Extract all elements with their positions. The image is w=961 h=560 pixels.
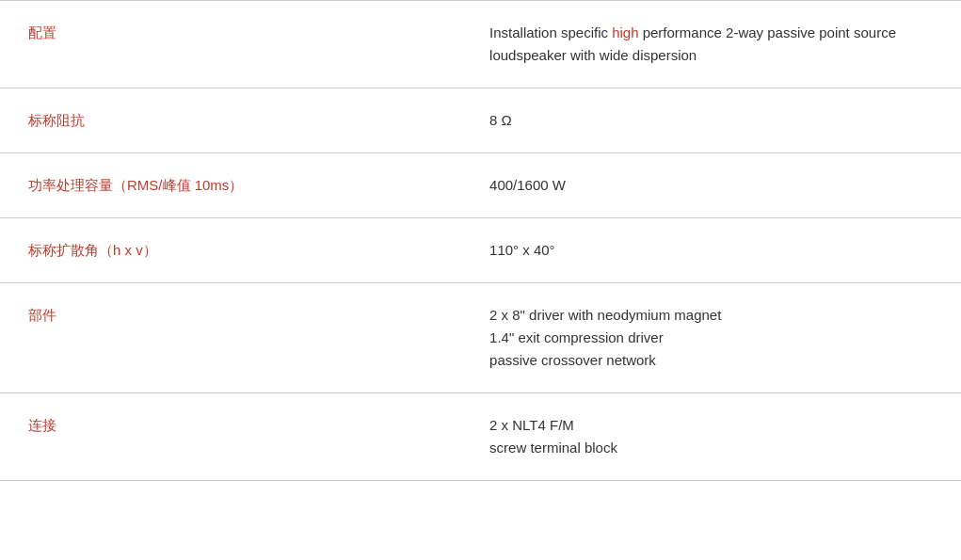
value-line: 2 x 8" driver with neodymium magnet xyxy=(489,304,933,327)
value-line: 1.4" exit compression driver xyxy=(489,327,933,349)
value-cell: 110° x 40° xyxy=(461,218,961,283)
label-cell: 标称扩散角（h x v） xyxy=(0,218,461,283)
label-cell: 连接 xyxy=(0,393,461,481)
value-cell: 400/1600 W xyxy=(461,153,961,218)
value-line: passive crossover network xyxy=(489,349,933,372)
value-cell: 2 x NLT4 F/Mscrew terminal block xyxy=(461,393,961,481)
table-row: 标称阻抗8 Ω xyxy=(0,88,961,153)
label-cell: 标称阻抗 xyxy=(0,88,461,153)
value-cell: Installation specific high performance 2… xyxy=(461,1,961,88)
value-line: 2 x NLT4 F/M xyxy=(489,414,933,437)
value-cell: 2 x 8" driver with neodymium magnet1.4" … xyxy=(461,283,961,393)
value-line: screw terminal block xyxy=(489,437,933,459)
value-cell: 8 Ω xyxy=(461,88,961,153)
table-row: 连接2 x NLT4 F/Mscrew terminal block xyxy=(0,393,961,481)
spec-table: 配置Installation specific high performance… xyxy=(0,0,961,481)
label-cell: 配置 xyxy=(0,1,461,88)
label-cell: 部件 xyxy=(0,283,461,393)
table-row: 标称扩散角（h x v）110° x 40° xyxy=(0,218,961,283)
table-row: 功率处理容量（RMS/峰值 10ms）400/1600 W xyxy=(0,153,961,218)
label-cell: 功率处理容量（RMS/峰值 10ms） xyxy=(0,153,461,218)
table-row: 部件2 x 8" driver with neodymium magnet1.4… xyxy=(0,283,961,393)
table-row: 配置Installation specific high performance… xyxy=(0,1,961,88)
